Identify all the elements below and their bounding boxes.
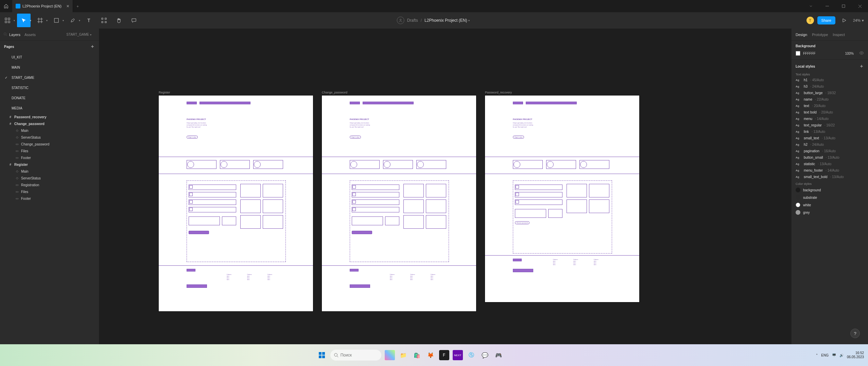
layer-item[interactable]: Footer — [0, 195, 99, 202]
help-button[interactable]: ? — [850, 329, 860, 338]
hand-tool[interactable] — [112, 14, 126, 27]
breadcrumb-caret-icon[interactable]: ▾ — [468, 19, 471, 22]
main-menu-button[interactable] — [1, 14, 14, 27]
minimize-button[interactable] — [819, 0, 835, 12]
text-style-row[interactable]: Agtext · 20/Auto — [792, 103, 868, 109]
page-item[interactable]: MEDIA — [0, 103, 99, 114]
layer-item[interactable]: Files — [0, 188, 99, 195]
text-style-row[interactable]: Agmenu_footer · 14/Auto — [792, 167, 868, 174]
tray-language[interactable]: ENG — [821, 353, 829, 357]
page-item[interactable]: UI_KIT — [0, 52, 99, 63]
text-style-row[interactable]: Agpagination · 16/Auto — [792, 148, 868, 154]
text-tool[interactable]: T — [82, 14, 96, 27]
taskbar-app-next[interactable]: NEXT — [453, 350, 463, 360]
project-avatar-icon[interactable] — [397, 17, 404, 24]
artboard-title[interactable]: Password_recovery — [485, 91, 512, 94]
start-button[interactable] — [317, 350, 327, 360]
layer-item[interactable]: Change_password — [0, 141, 99, 147]
layer-item[interactable]: Registration — [0, 181, 99, 188]
taskbar-discord-icon[interactable]: 🎮 — [493, 350, 504, 360]
artboard[interactable]: RegisterPHOENIX PROJECTUnique gameplay, … — [158, 95, 313, 312]
color-style-row[interactable]: grey — [792, 209, 868, 216]
tray-sound-icon[interactable]: 🔊 — [839, 353, 844, 357]
layers-tab[interactable]: Layers — [9, 33, 20, 37]
move-tool-caret[interactable]: ▾ — [30, 19, 33, 22]
taskbar-firefox-icon[interactable]: 🦊 — [426, 350, 436, 360]
breadcrumb-project[interactable]: L2Phoenix Project (EN) — [424, 18, 467, 23]
text-style-row[interactable]: Agsmall_text_bold · 13/Auto — [792, 174, 868, 180]
frame-tool[interactable] — [33, 14, 47, 27]
artboard[interactable]: Change_passwordPHOENIX PROJECTUnique gam… — [322, 95, 476, 312]
layer-item[interactable]: Footer — [0, 154, 99, 161]
shape-tool[interactable] — [50, 14, 63, 27]
shape-tool-caret[interactable]: ▾ — [63, 19, 65, 22]
pen-tool[interactable] — [66, 14, 80, 27]
close-tab-icon[interactable]: ✕ — [66, 4, 69, 8]
file-tab[interactable]: L2Phoenix Project (EN) ✕ — [12, 0, 73, 12]
color-style-row[interactable]: substrate — [792, 194, 868, 201]
background-swatch[interactable] — [796, 51, 800, 56]
taskbar-skype-icon[interactable]: Ⓢ — [466, 350, 476, 360]
assets-tab[interactable]: Assets — [24, 33, 36, 37]
window-chevron-button[interactable] — [803, 0, 819, 12]
tray-clock[interactable]: 16:52 06.05.2023 — [847, 351, 864, 359]
zoom-control[interactable]: 24%▾ — [853, 18, 864, 23]
page-indicator[interactable]: START_GAME ▾ — [66, 33, 91, 36]
taskbar-search-input[interactable] — [341, 353, 375, 358]
layer-item[interactable]: ServerStatus — [0, 175, 99, 181]
user-avatar[interactable]: T — [806, 17, 814, 24]
page-item[interactable]: DONATE — [0, 93, 99, 103]
maximize-button[interactable] — [835, 0, 852, 12]
design-tab[interactable]: Design — [796, 33, 807, 37]
main-menu-caret[interactable]: ▾ — [14, 19, 16, 22]
artboard-title[interactable]: Register — [159, 91, 170, 94]
taskbar-app-1[interactable] — [385, 350, 395, 360]
text-style-row[interactable]: Agstatistic · 13/Auto — [792, 161, 868, 167]
taskbar-app-chat[interactable]: 💬 — [480, 350, 490, 360]
add-style-button[interactable]: ＋ — [859, 63, 864, 69]
artboard-title[interactable]: Change_password — [322, 91, 347, 94]
layer-item[interactable]: Change_password — [0, 120, 99, 127]
share-button[interactable]: Share — [817, 16, 835, 24]
text-style-row[interactable]: Agtext bold · 20/Auto — [792, 109, 868, 116]
add-page-button[interactable]: ＋ — [90, 43, 95, 50]
close-window-button[interactable] — [852, 0, 868, 12]
move-tool[interactable] — [17, 14, 31, 27]
new-tab-button[interactable]: ＋ — [73, 4, 83, 9]
search-icon[interactable] — [3, 32, 7, 37]
artboard[interactable]: Password_recoveryPHOENIX PROJECTUnique g… — [485, 95, 640, 302]
tray-chevron-icon[interactable]: ˄ — [816, 353, 818, 357]
layer-item[interactable]: Main — [0, 127, 99, 134]
layer-item[interactable]: ServerStatus — [0, 134, 99, 141]
canvas[interactable]: RegisterPHOENIX PROJECTUnique gameplay, … — [99, 29, 791, 344]
text-style-row[interactable]: Agtext_regular · 16/22 — [792, 122, 868, 128]
text-style-row[interactable]: Agsmall_text · 13/Auto — [792, 135, 868, 141]
text-style-row[interactable]: Aglink · 13/Auto — [792, 128, 868, 135]
text-style-row[interactable]: Agh3 · 24/Auto — [792, 83, 868, 90]
layer-item[interactable]: Main — [0, 168, 99, 175]
frame-tool-caret[interactable]: ▾ — [46, 19, 49, 22]
background-opacity[interactable]: 100% — [845, 52, 854, 55]
taskbar-search[interactable] — [330, 350, 381, 361]
page-item[interactable]: STATISTIC — [0, 83, 99, 93]
text-style-row[interactable]: Agbutton_small · 13/Auto — [792, 154, 868, 161]
resources-tool[interactable] — [97, 14, 111, 27]
breadcrumb-location[interactable]: Drafts — [407, 18, 418, 23]
taskbar-explorer-icon[interactable]: 📁 — [398, 350, 409, 360]
inspect-tab[interactable]: Inspect — [833, 33, 845, 37]
layer-item[interactable]: Password_recovery — [0, 114, 99, 120]
text-style-row[interactable]: Agname · 22/Auto — [792, 96, 868, 103]
home-button[interactable] — [0, 0, 12, 12]
page-item[interactable]: START_GAME — [0, 73, 99, 83]
color-style-row[interactable]: white — [792, 201, 868, 209]
taskbar-store-icon[interactable]: 🛍️ — [412, 350, 422, 360]
layer-item[interactable]: Files — [0, 147, 99, 154]
comment-tool[interactable] — [127, 14, 141, 27]
text-style-row[interactable]: Agbutton_large · 18/32 — [792, 90, 868, 96]
visibility-toggle-icon[interactable] — [859, 51, 864, 56]
background-hex[interactable]: FFFFFF — [803, 52, 816, 55]
text-style-row[interactable]: Agh1 · 45/Auto — [792, 77, 868, 83]
pen-tool-caret[interactable]: ▾ — [79, 19, 82, 22]
taskbar-figma-icon[interactable]: F — [439, 350, 449, 360]
layer-item[interactable]: Register — [0, 161, 99, 168]
